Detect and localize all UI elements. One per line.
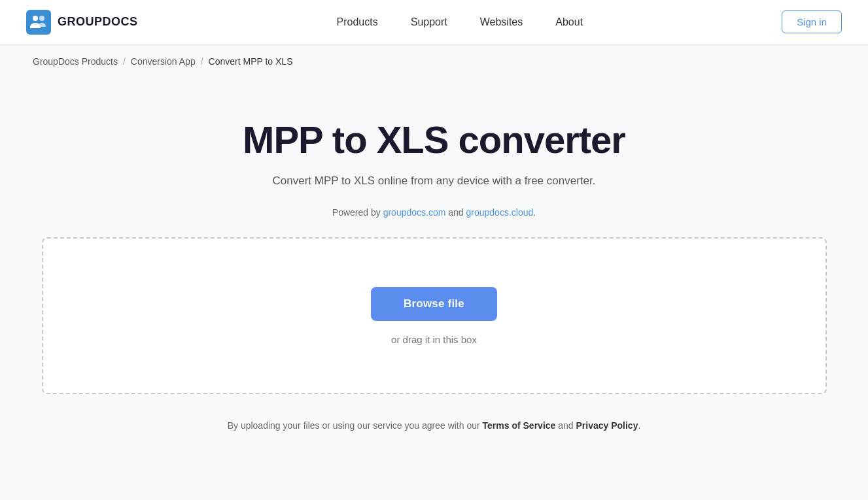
footer-suffix: . (638, 420, 640, 431)
nav-about[interactable]: About (555, 16, 583, 28)
breadcrumb-conversion-app[interactable]: Conversion App (131, 56, 196, 67)
groupdocs-com-link[interactable]: groupdocs.com (383, 207, 446, 218)
nav-websites[interactable]: Websites (480, 16, 523, 28)
breadcrumb-separator-2: / (201, 56, 203, 67)
page-subtitle: Convert MPP to XLS online from any devic… (273, 175, 596, 188)
powered-by: Powered by groupdocs.com and groupdocs.c… (332, 207, 536, 218)
powered-by-suffix: . (533, 207, 536, 218)
footer-note: By uploading your files or using our ser… (228, 420, 641, 431)
breadcrumb: GroupDocs Products / Conversion App / Co… (0, 44, 868, 78)
header: GROUPDOCS Products Support Websites Abou… (0, 0, 868, 44)
breadcrumb-current: Convert MPP to XLS (209, 56, 293, 67)
privacy-policy-link[interactable]: Privacy Policy (576, 420, 638, 431)
powered-by-and: and (445, 207, 466, 218)
logo-icon (26, 10, 51, 35)
svg-point-1 (33, 16, 38, 21)
breadcrumb-separator-1: / (123, 56, 126, 67)
drag-text: or drag it in this box (391, 334, 477, 345)
nav-products[interactable]: Products (337, 16, 378, 28)
svg-rect-0 (26, 10, 51, 35)
browse-file-button[interactable]: Browse file (371, 287, 497, 321)
drop-zone[interactable]: Browse file or drag it in this box (42, 237, 827, 394)
svg-point-2 (39, 16, 44, 21)
nav-support[interactable]: Support (411, 16, 447, 28)
sign-in-button[interactable]: Sign in (782, 10, 842, 33)
logo[interactable]: GROUPDOCS (26, 10, 138, 35)
footer-and: and (555, 420, 576, 431)
nav: Products Support Websites About (337, 16, 583, 28)
terms-of-service-link[interactable]: Terms of Service (483, 420, 556, 431)
logo-text: GROUPDOCS (58, 15, 138, 29)
powered-by-prefix: Powered by (332, 207, 383, 218)
breadcrumb-home[interactable]: GroupDocs Products (33, 56, 118, 67)
groupdocs-cloud-link[interactable]: groupdocs.cloud (466, 207, 534, 218)
page-title: MPP to XLS converter (243, 118, 625, 161)
main-content: MPP to XLS converter Convert MPP to XLS … (0, 78, 868, 457)
footer-note-prefix: By uploading your files or using our ser… (228, 420, 483, 431)
